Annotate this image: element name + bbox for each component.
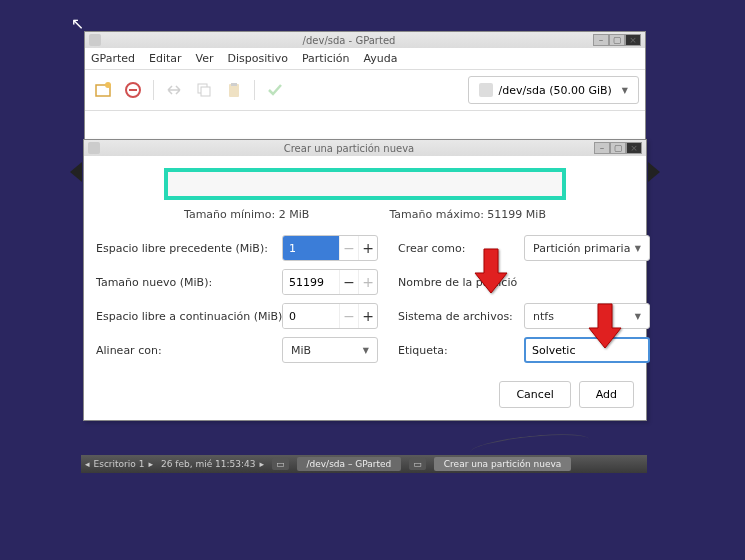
taskbar-nav[interactable]: ▸ <box>259 459 264 469</box>
free-after-spinner[interactable]: − + <box>282 303 378 329</box>
main-title: /dev/sda - GParted <box>105 35 593 46</box>
dialog-title: Crear una partición nueva <box>104 143 594 154</box>
taskbar-nav-left[interactable]: ◂ <box>85 459 90 469</box>
menu-particion[interactable]: Partición <box>302 52 350 65</box>
create-partition-dialog: Crear una partición nueva – ▢ × Tamaño m… <box>83 139 647 421</box>
increment-button[interactable]: + <box>358 304 377 328</box>
partition-form: Espacio libre precedente (MiB): − + Crea… <box>84 231 646 373</box>
datetime-label: 26 feb, mié 11:53:43 <box>161 459 256 469</box>
add-button[interactable]: Add <box>579 381 634 408</box>
chevron-down-icon: ▼ <box>363 346 369 355</box>
taskbar-nav-right[interactable]: ▸ <box>148 459 153 469</box>
delete-icon[interactable] <box>121 78 145 102</box>
dialog-buttons: Cancel Add <box>84 373 646 420</box>
menu-ver[interactable]: Ver <box>196 52 214 65</box>
apply-icon <box>263 78 287 102</box>
svg-point-1 <box>105 82 111 88</box>
increment-button: + <box>358 270 377 294</box>
resize-icon <box>162 78 186 102</box>
free-before-spinner[interactable]: − + <box>282 235 378 261</box>
menu-gparted[interactable]: GParted <box>91 52 135 65</box>
mouse-cursor: ↖ <box>71 14 84 33</box>
workspace-label[interactable]: Escritorio 1 <box>94 459 145 469</box>
align-label: Alinear con: <box>96 344 276 357</box>
filesystem-label: Sistema de archivos: <box>388 310 518 323</box>
dialog-titlebar[interactable]: Crear una partición nueva – ▢ × <box>84 140 646 156</box>
copy-icon <box>192 78 216 102</box>
svg-marker-8 <box>475 249 507 293</box>
align-combo[interactable]: MiB ▼ <box>282 337 378 363</box>
paste-icon <box>222 78 246 102</box>
main-titlebar[interactable]: /dev/sda - GParted – ▢ × <box>85 32 645 48</box>
taskbar[interactable]: ◂Escritorio 1▸ 26 feb, mié 11:53:43▸ ▭ /… <box>81 455 647 473</box>
decrement-button[interactable]: − <box>339 270 358 294</box>
free-after-label: Espacio libre a continuación (MiB): <box>96 310 276 323</box>
annotation-arrow <box>471 247 511 297</box>
chevron-down-icon: ▼ <box>622 86 628 95</box>
minimize-button[interactable]: – <box>594 142 610 154</box>
app-icon <box>89 34 101 46</box>
max-size-label: Tamaño máximo: 51199 MiB <box>389 208 546 221</box>
chevron-down-icon: ▼ <box>635 312 641 321</box>
align-value: MiB <box>291 344 311 357</box>
close-button[interactable]: × <box>625 34 641 46</box>
maximize-button[interactable]: ▢ <box>609 34 625 46</box>
resize-handle-left[interactable] <box>70 162 82 182</box>
size-limits: Tamaño mínimo: 2 MiB Tamaño máximo: 5119… <box>84 204 646 231</box>
new-size-input[interactable] <box>283 270 339 294</box>
free-after-input[interactable] <box>283 304 339 328</box>
svg-rect-5 <box>201 87 210 96</box>
free-before-label: Espacio libre precedente (MiB): <box>96 242 276 255</box>
decrement-button: − <box>339 236 358 260</box>
device-selector-label: /dev/sda (50.00 GiB) <box>499 84 612 97</box>
device-selector[interactable]: /dev/sda (50.00 GiB) ▼ <box>468 76 639 104</box>
menu-editar[interactable]: Editar <box>149 52 182 65</box>
decrement-button: − <box>339 304 358 328</box>
toolbar: /dev/sda (50.00 GiB) ▼ <box>85 70 645 111</box>
disk-icon <box>479 83 493 97</box>
chevron-down-icon: ▼ <box>635 244 641 253</box>
new-size-label: Tamaño nuevo (MiB): <box>96 276 276 289</box>
etiqueta-label: Etiqueta: <box>388 344 518 357</box>
svg-rect-7 <box>231 83 237 86</box>
taskbar-task-gparted[interactable]: /dev/sda – GParted <box>297 457 402 471</box>
resize-handle-right[interactable] <box>648 162 660 182</box>
minimize-button[interactable]: – <box>593 34 609 46</box>
menu-dispositivo[interactable]: Dispositivo <box>228 52 288 65</box>
svg-marker-9 <box>589 304 621 348</box>
menu-ayuda[interactable]: Ayuda <box>364 52 398 65</box>
annotation-arrow <box>585 302 625 352</box>
close-button[interactable]: × <box>626 142 642 154</box>
menubar: GParted Editar Ver Dispositivo Partición… <box>85 48 645 70</box>
free-before-input[interactable] <box>283 236 339 260</box>
increment-button[interactable]: + <box>358 236 377 260</box>
create-as-value: Partición primaria <box>533 242 630 255</box>
filesystem-value: ntfs <box>533 310 554 323</box>
min-size-label: Tamaño mínimo: 2 MiB <box>184 208 309 221</box>
maximize-button[interactable]: ▢ <box>610 142 626 154</box>
new-partition-icon[interactable] <box>91 78 115 102</box>
create-as-combo[interactable]: Partición primaria ▼ <box>524 235 650 261</box>
cancel-button[interactable]: Cancel <box>499 381 570 408</box>
show-desktop-icon[interactable]: ▭ <box>272 458 289 470</box>
task-indicator-icon[interactable]: ▭ <box>409 458 426 470</box>
partition-bar[interactable] <box>164 168 566 200</box>
taskbar-task-dialog[interactable]: Crear una partición nueva <box>434 457 571 471</box>
new-size-spinner[interactable]: − + <box>282 269 378 295</box>
partition-size-visualizer[interactable] <box>84 156 646 204</box>
app-icon <box>88 142 100 154</box>
